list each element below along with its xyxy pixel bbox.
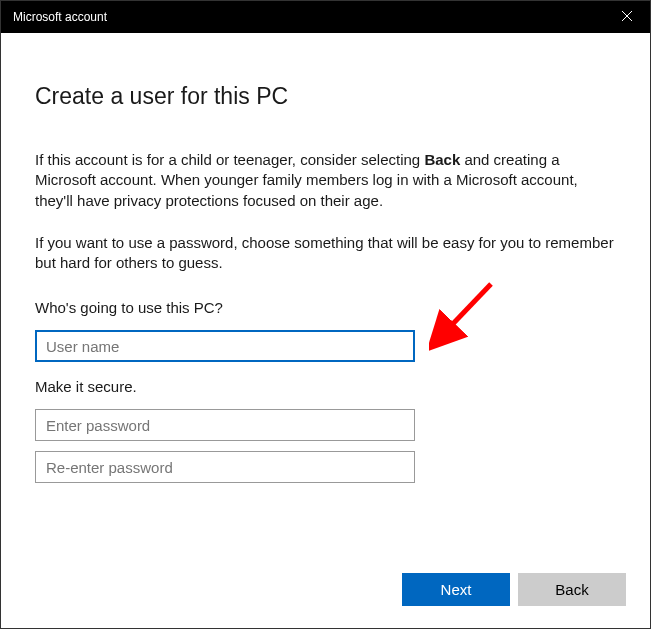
dialog-footer: Next Back — [402, 573, 626, 606]
intro-paragraph: If this account is for a child or teenag… — [35, 150, 616, 211]
dialog-window: Microsoft account Create a user for this… — [0, 0, 651, 629]
intro-text-before: If this account is for a child or teenag… — [35, 151, 424, 168]
page-title: Create a user for this PC — [35, 83, 616, 110]
username-label: Who's going to use this PC? — [35, 299, 616, 316]
dialog-content: Create a user for this PC If this accoun… — [1, 33, 650, 628]
password-hint-paragraph: If you want to use a password, choose so… — [35, 233, 616, 274]
close-icon — [622, 10, 632, 24]
reenter-password-input[interactable] — [35, 451, 415, 483]
secure-label: Make it secure. — [35, 378, 616, 395]
titlebar: Microsoft account — [1, 1, 650, 33]
password-input[interactable] — [35, 409, 415, 441]
username-input[interactable] — [35, 330, 415, 362]
close-button[interactable] — [604, 1, 650, 33]
intro-bold: Back — [424, 151, 460, 168]
titlebar-title: Microsoft account — [13, 10, 107, 24]
back-button[interactable]: Back — [518, 573, 626, 606]
next-button[interactable]: Next — [402, 573, 510, 606]
